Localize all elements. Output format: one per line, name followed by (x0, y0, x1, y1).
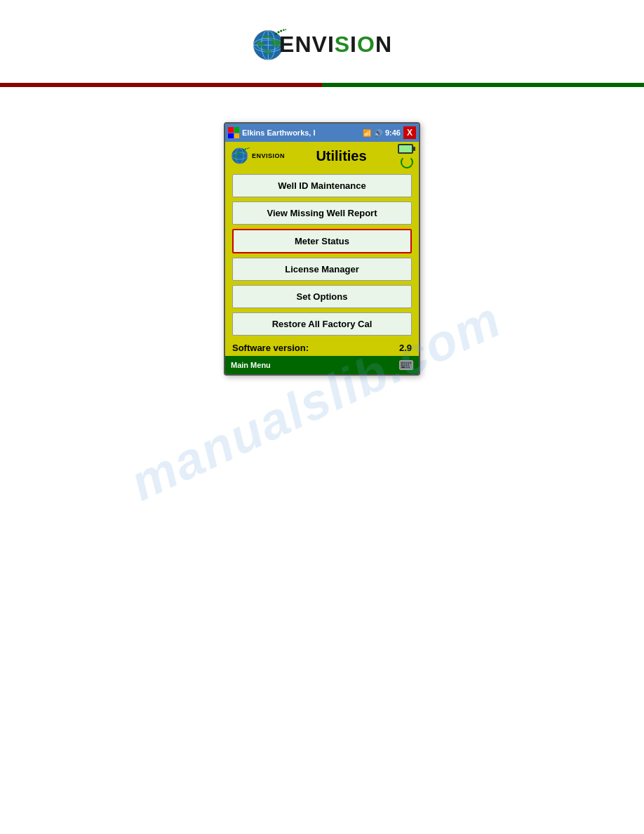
windows-flag-icon (228, 127, 239, 138)
title-bar-time: 9:46 (385, 128, 401, 137)
software-version-label: Software version: (232, 343, 309, 353)
title-bar-app-name: Elkins Earthworks, I (242, 128, 316, 137)
license-manager-button[interactable]: License Manager (232, 258, 412, 281)
battery-icon (398, 144, 413, 154)
keyboard-icon[interactable] (399, 360, 413, 370)
app-header: ENVISION Utilities (225, 142, 419, 170)
app-header-logo-wrap: ENVISION (231, 146, 285, 166)
software-version-value: 2.9 (399, 343, 412, 353)
restore-all-factory-cal-button[interactable]: Restore All Factory Cal (232, 312, 412, 336)
main-menu-label: Main Menu (231, 361, 271, 369)
svg-point-17 (248, 147, 249, 148)
svg-point-14 (243, 150, 244, 151)
svg-point-10 (286, 29, 287, 30)
title-bar-left: Elkins Earthworks, I (228, 127, 316, 138)
svg-point-15 (245, 148, 246, 150)
software-version-row: Software version: 2.9 (225, 340, 419, 356)
page-header: ENVISION (0, 0, 644, 83)
bottom-bar: Main Menu (225, 356, 419, 374)
meter-status-button[interactable]: Meter Status (232, 229, 412, 253)
app-header-logo-text: ENVISION (252, 152, 285, 159)
logo-text: ENVISION (279, 32, 392, 58)
logo-container: ENVISION (252, 13, 392, 76)
close-button[interactable]: X (403, 126, 416, 139)
view-missing-well-report-button[interactable]: View Missing Well Report (232, 201, 412, 225)
mobile-device: Elkins Earthworks, I 📶 🔊 9:46 X (224, 122, 420, 376)
svg-point-16 (247, 148, 248, 150)
main-content: Elkins Earthworks, I 📶 🔊 9:46 X (0, 87, 644, 376)
svg-point-6 (275, 33, 277, 35)
mini-globe-icon (231, 146, 250, 166)
refresh-icon (401, 156, 413, 168)
app-header-title: Utilities (285, 148, 398, 164)
set-options-button[interactable]: Set Options (232, 285, 412, 308)
title-bar-signal-icon: 📶 (363, 129, 371, 137)
brand-name: ENVISION (279, 32, 392, 58)
title-bar-volume-icon: 🔊 (374, 129, 382, 137)
title-bar-right: 📶 🔊 9:46 X (363, 126, 416, 139)
title-bar: Elkins Earthworks, I 📶 🔊 9:46 X (225, 124, 419, 142)
well-id-maintenance-button[interactable]: Well ID Maintenance (232, 174, 412, 197)
menu-area: Well ID Maintenance View Missing Well Re… (225, 170, 419, 340)
